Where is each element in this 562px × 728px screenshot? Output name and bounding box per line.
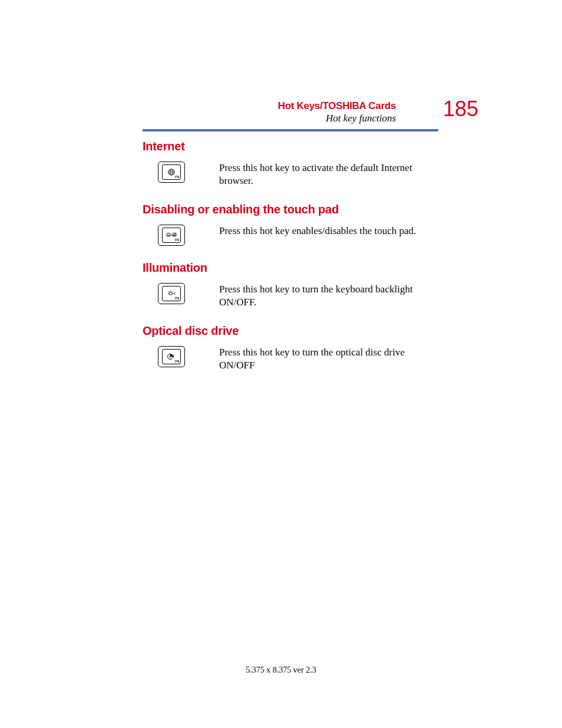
fn-indicator: FN xyxy=(175,176,179,179)
section-heading-illumination: Illumination xyxy=(143,261,438,275)
section-row: / FN Press this hot key enables/disables… xyxy=(158,225,438,246)
svg-rect-11 xyxy=(169,292,172,295)
section-description: Press this hot key to turn the optical d… xyxy=(219,346,438,372)
page-header: Hot Keys/TOSHIBA Cards Hot key functions… xyxy=(143,100,438,124)
fn-indicator: FN xyxy=(175,239,179,242)
touchpad-toggle-icon: / xyxy=(166,232,177,238)
svg-text:/: / xyxy=(171,233,172,237)
hotkey-keycap: / FN xyxy=(158,225,185,246)
header-rule xyxy=(143,129,438,131)
section-heading-touchpad: Disabling or enabling the touch pad xyxy=(143,203,438,216)
fn-indicator: FN xyxy=(175,297,179,300)
hotkey-keycap: FN xyxy=(158,283,185,304)
fn-indicator: FN xyxy=(175,360,179,363)
chapter-title: Hot Keys/TOSHIBA Cards xyxy=(143,100,396,112)
section-heading-internet: Internet xyxy=(143,140,438,153)
section-description: Press this hot key to turn the keyboard … xyxy=(219,283,438,309)
page-footer: 5.375 x 8.375 ver 2.3 xyxy=(0,666,562,675)
svg-line-14 xyxy=(172,291,173,292)
hotkey-keycap: FN xyxy=(158,346,185,367)
section-row: FN Press this hot key to turn the optica… xyxy=(158,346,438,372)
section-description: Press this hot key enables/disables the … xyxy=(219,225,416,238)
svg-line-13 xyxy=(168,291,169,292)
section-heading-optical: Optical disc drive xyxy=(143,324,438,338)
section-row: FN Press this hot key to turn the keyboa… xyxy=(158,283,438,309)
section-row: FN Press this hot key to activate the de… xyxy=(158,162,438,187)
section-description: Press this hot key to activate the defau… xyxy=(219,162,438,187)
document-page: Hot Keys/TOSHIBA Cards Hot key functions… xyxy=(0,0,562,728)
page-number: 185 xyxy=(443,97,478,121)
section-subtitle: Hot key functions xyxy=(143,113,396,124)
globe-icon xyxy=(167,169,176,176)
hotkey-keycap: FN xyxy=(158,162,185,183)
